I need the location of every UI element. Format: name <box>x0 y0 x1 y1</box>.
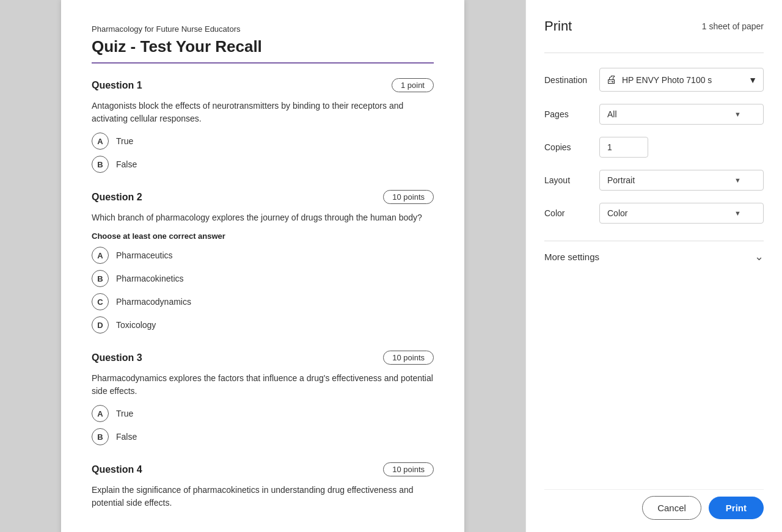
question-2-points: 10 points <box>383 190 434 204</box>
question-3-points: 10 points <box>383 351 434 365</box>
answer-option: B Pharmacokinetics <box>92 270 434 287</box>
quiz-title: Quiz - Test Your Recall <box>92 37 434 56</box>
layout-control[interactable]: Portrait ▼ <box>599 170 764 191</box>
pages-row: Pages All ▼ <box>544 104 764 125</box>
answer-option: A True <box>92 133 434 150</box>
print-header: Print 1 sheet of paper <box>544 18 764 34</box>
option-text-d: Toxicology <box>116 320 156 330</box>
layout-row: Layout Portrait ▼ <box>544 170 764 191</box>
question-2-label: Question 2 <box>92 192 142 203</box>
option-text-b: False <box>116 432 137 442</box>
pages-value: All <box>607 109 617 119</box>
more-settings-label: More settings <box>544 252 599 262</box>
color-row: Color Color ▼ <box>544 203 764 224</box>
option-text-b: False <box>116 159 137 169</box>
option-text-c: Pharmacodynamics <box>116 297 191 307</box>
title-divider <box>92 62 434 64</box>
question-1-header: Question 1 1 point <box>92 78 434 92</box>
question-4-label: Question 4 <box>92 464 142 475</box>
pages-select[interactable]: All ▼ <box>599 104 764 125</box>
destination-select[interactable]: 🖨 HP ENVY Photo 7100 s ▼ <box>599 68 764 92</box>
copies-row: Copies <box>544 137 764 158</box>
option-text-a: True <box>116 136 133 146</box>
option-text-a: True <box>116 409 133 418</box>
question-block-2: Question 2 10 points Which branch of pha… <box>92 190 434 333</box>
print-panel: Print 1 sheet of paper Destination 🖨 HP … <box>525 0 782 532</box>
question-4-text: Explain the significance of pharmacokine… <box>92 484 434 509</box>
chevron-down-icon: ▼ <box>734 210 741 217</box>
option-circle-b: B <box>92 428 109 445</box>
question-1-points: 1 point <box>392 78 434 92</box>
more-settings-row[interactable]: More settings ⌄ <box>544 241 764 272</box>
print-divider <box>544 53 764 53</box>
question-block-3: Question 3 10 points Pharmacodynamics ex… <box>92 351 434 445</box>
pages-control[interactable]: All ▼ <box>599 104 764 125</box>
copies-label: Copies <box>544 142 599 152</box>
option-circle-b: B <box>92 156 109 173</box>
color-select[interactable]: Color ▼ <box>599 203 764 224</box>
option-circle-a: A <box>92 133 109 150</box>
answer-option: D Toxicology <box>92 316 434 333</box>
sheet-info: 1 sheet of paper <box>702 21 764 31</box>
quiz-paper: Pharmacology for Future Nurse Educators … <box>61 0 464 532</box>
question-block-1: Question 1 1 point Antagonists block the… <box>92 78 434 173</box>
question-3-text: Pharmacodynamics explores the factors th… <box>92 372 434 398</box>
option-text-a: Pharmaceutics <box>116 250 173 260</box>
print-button[interactable]: Print <box>709 497 764 519</box>
layout-value: Portrait <box>607 175 635 185</box>
choose-instruction: Choose at least one correct answer <box>92 231 434 241</box>
question-3-header: Question 3 10 points <box>92 351 434 365</box>
option-circle-a: A <box>92 247 109 264</box>
color-control[interactable]: Color ▼ <box>599 203 764 224</box>
destination-control[interactable]: 🖨 HP ENVY Photo 7100 s ▼ <box>599 68 764 92</box>
layout-label: Layout <box>544 175 599 185</box>
destination-row: Destination 🖨 HP ENVY Photo 7100 s ▼ <box>544 68 764 92</box>
question-4-points: 10 points <box>383 462 434 476</box>
chevron-down-icon: ▼ <box>748 75 757 85</box>
destination-value: HP ENVY Photo 7100 s <box>622 75 712 85</box>
option-circle-a: A <box>92 405 109 422</box>
option-circle-d: D <box>92 316 109 333</box>
color-label: Color <box>544 208 599 218</box>
question-2-header: Question 2 10 points <box>92 190 434 204</box>
copies-control[interactable] <box>599 137 764 158</box>
answer-option: B False <box>92 156 434 173</box>
answer-option: A True <box>92 405 434 422</box>
spacer <box>544 272 764 489</box>
option-text-b: Pharmacokinetics <box>116 274 184 283</box>
chevron-down-icon: ▼ <box>734 177 741 184</box>
destination-inner: 🖨 HP ENVY Photo 7100 s <box>606 73 712 86</box>
cancel-button[interactable]: Cancel <box>642 496 701 520</box>
option-circle-b: B <box>92 270 109 287</box>
question-2-text: Which branch of pharmacology explores th… <box>92 211 434 224</box>
print-title: Print <box>544 18 572 34</box>
color-value: Color <box>607 208 627 218</box>
printer-icon: 🖨 <box>606 73 617 86</box>
button-row: Cancel Print <box>544 489 764 520</box>
question-1-label: Question 1 <box>92 80 142 91</box>
answer-option: C Pharmacodynamics <box>92 293 434 310</box>
copies-input[interactable] <box>599 137 648 158</box>
destination-label: Destination <box>544 75 599 85</box>
chevron-down-icon: ⌄ <box>755 250 764 263</box>
answer-option: B False <box>92 428 434 445</box>
question-3-label: Question 3 <box>92 352 142 363</box>
option-circle-c: C <box>92 293 109 310</box>
layout-select[interactable]: Portrait ▼ <box>599 170 764 191</box>
answer-option: A Pharmaceutics <box>92 247 434 264</box>
content-area: Pharmacology for Future Nurse Educators … <box>0 0 525 532</box>
question-4-header: Question 4 10 points <box>92 462 434 476</box>
pages-label: Pages <box>544 109 599 119</box>
chevron-down-icon: ▼ <box>734 111 741 118</box>
question-block-4: Question 4 10 points Explain the signifi… <box>92 462 434 509</box>
course-title: Pharmacology for Future Nurse Educators <box>92 24 434 34</box>
question-1-text: Antagonists block the effects of neurotr… <box>92 100 434 125</box>
